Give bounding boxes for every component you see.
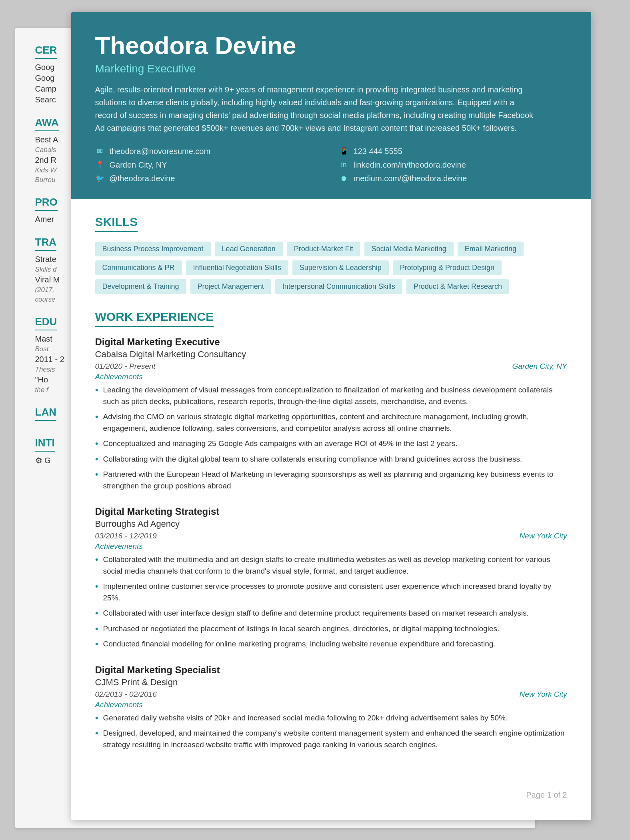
job-meta: 03/2016 - 12/2019 New York City (95, 532, 567, 540)
email-text: theodora@novoresume.com (110, 147, 211, 156)
job-title: Digital Marketing Specialist (95, 664, 567, 676)
skills-section: SKILLS Business Process ImprovementLead … (95, 215, 567, 294)
page-footer: Page 1 of 2 (71, 782, 591, 808)
skill-tag: Social Media Marketing (364, 242, 454, 256)
medium-icon: ⏺ (339, 174, 349, 183)
address-text: Garden City, NY (110, 160, 167, 170)
person-summary: Agile, results-oriented marketer with 9+… (95, 83, 535, 134)
job-dates: 02/2013 - 02/2016 (95, 690, 157, 699)
job-company: CJMS Print & Design (95, 677, 567, 688)
job-block: Digital Marketing Executive Cabalsa Digi… (95, 336, 567, 492)
skill-tag: Project Management (190, 279, 271, 294)
work-heading: WORK EXPERIENCE (95, 310, 214, 327)
job-title: Digital Marketing Strategist (95, 506, 567, 517)
achievements-label: Achievements (95, 372, 567, 381)
job-bullet: Conducted financial modeling for online … (95, 638, 567, 650)
job-bullet: Advising the CMO on various strategic di… (95, 411, 567, 434)
skill-tag: Email Marketing (458, 242, 524, 256)
job-bullets: Leading the development of visual messag… (95, 384, 567, 492)
job-bullet: Designed, developed, and maintained the … (95, 728, 567, 750)
work-experience-section: WORK EXPERIENCE Digital Marketing Execut… (95, 310, 567, 750)
job-dates: 03/2016 - 12/2019 (95, 532, 157, 540)
job-bullet: Conceptualized and managing 25 Google Ad… (95, 438, 567, 450)
job-bullet: Leading the development of visual messag… (95, 384, 567, 407)
job-location: Garden City, NY (512, 362, 567, 371)
main-content: SKILLS Business Process ImprovementLead … (71, 199, 591, 782)
job-bullets: Collaborated with the multimedia and art… (95, 554, 567, 650)
job-title: Digital Marketing Executive (95, 336, 567, 348)
job-block: Digital Marketing Specialist CJMS Print … (95, 664, 567, 751)
skill-tag: Supervision & Leadership (292, 260, 389, 275)
job-block: Digital Marketing Strategist Burroughs A… (95, 506, 567, 650)
contact-medium: ⏺ medium.com/@theodora.devine (339, 174, 567, 183)
twitter-text: @theodora.devine (110, 174, 175, 183)
page-label: Page 1 of 2 (526, 790, 567, 799)
contact-email: ✉ theodora@novoresume.com (95, 146, 323, 156)
contact-phone: 📱 123 444 5555 (339, 146, 567, 156)
contact-address: 📍 Garden City, NY (95, 160, 323, 170)
job-bullet: Partnered with the European Head of Mark… (95, 469, 567, 492)
back-heading: INTI (35, 437, 55, 452)
resume-header: Theodora Devine Marketing Executive Agil… (71, 12, 591, 199)
skills-grid: Business Process ImprovementLead Generat… (95, 242, 567, 294)
resume-page-1: Theodora Devine Marketing Executive Agil… (71, 12, 591, 820)
phone-icon: 📱 (339, 146, 349, 156)
contact-linkedin: in linkedin.com/in/theodora.devine (339, 160, 567, 170)
job-bullet: Generated daily website visits of 20k+ a… (95, 712, 567, 724)
job-bullet: Collaborating with the digital global te… (95, 454, 567, 465)
job-dates: 01/2020 - Present (95, 362, 156, 371)
job-company: Cabalsa Digital Marketing Consultancy (95, 349, 567, 360)
back-heading: TRA (35, 236, 56, 251)
medium-text: medium.com/@theodora.devine (354, 174, 467, 183)
skill-tag: Business Process Improvement (95, 242, 211, 256)
back-heading: AWA (35, 116, 59, 131)
job-bullet: Implemented online customer service proc… (95, 581, 567, 604)
job-bullet: Collaborated with user interface design … (95, 608, 567, 619)
job-company: Burroughs Ad Agency (95, 519, 567, 529)
skill-tag: Influential Negotiation Skills (186, 260, 288, 275)
skill-tag: Development & Training (95, 279, 186, 294)
back-heading: EDU (35, 316, 57, 330)
skill-tag: Prototyping & Product Design (393, 260, 502, 275)
skill-tag: Product & Market Research (406, 279, 509, 294)
job-bullets: Generated daily website visits of 20k+ a… (95, 712, 567, 751)
email-icon: ✉ (95, 146, 105, 156)
achievements-label: Achievements (95, 700, 567, 709)
job-meta: 01/2020 - Present Garden City, NY (95, 362, 567, 371)
contact-info: ✉ theodora@novoresume.com 📱 123 444 5555… (95, 146, 567, 183)
person-title: Marketing Executive (95, 62, 567, 75)
job-bullet: Collaborated with the multimedia and art… (95, 554, 567, 577)
back-heading: CER (35, 44, 57, 59)
skill-tag: Product-Market Fit (287, 242, 360, 256)
contact-twitter: 🐦 @theodora.devine (95, 174, 323, 183)
skills-heading: SKILLS (95, 215, 138, 232)
job-bullet: Purchased or negotiated the placement of… (95, 623, 567, 635)
linkedin-text: linkedin.com/in/theodora.devine (354, 160, 466, 170)
skill-tag: Lead Generation (215, 242, 283, 256)
job-location: New York City (520, 532, 567, 540)
back-heading: PRO (35, 196, 58, 211)
location-icon: 📍 (95, 160, 105, 170)
phone-text: 123 444 5555 (354, 147, 402, 156)
achievements-label: Achievements (95, 542, 567, 551)
skill-tag: Communications & PR (95, 260, 182, 275)
twitter-icon: 🐦 (95, 174, 105, 183)
skill-tag: Interpersonal Communication Skills (275, 279, 402, 294)
back-heading: LAN (35, 406, 56, 421)
job-location: New York City (520, 690, 567, 699)
job-meta: 02/2013 - 02/2016 New York City (95, 690, 567, 699)
linkedin-icon: in (339, 160, 349, 170)
person-name: Theodora Devine (95, 32, 567, 59)
